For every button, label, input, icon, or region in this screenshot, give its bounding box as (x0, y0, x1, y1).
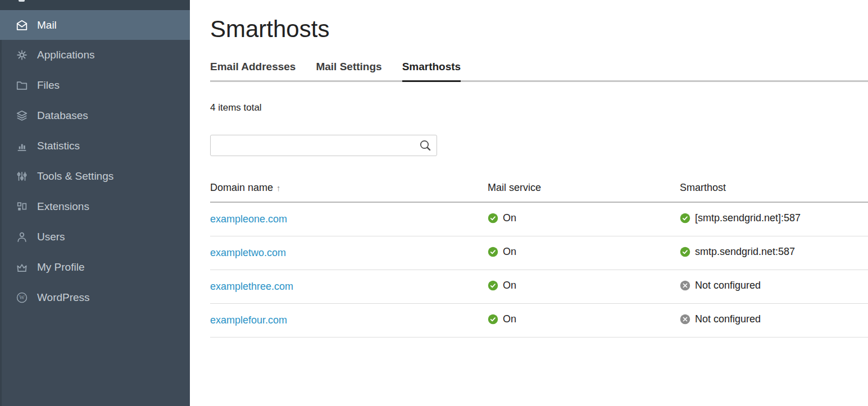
sidebar-item-label: My Profile (37, 261, 84, 273)
domain-link[interactable]: exampleone.com (210, 213, 287, 225)
sidebar: Mail Applications Files Databases Statis… (0, 0, 190, 406)
table-header-row: Domain name↑ Mail service Smarthost (210, 174, 868, 202)
smarthost-value: [smtp.sendgrid.net]:587 (695, 212, 801, 224)
sort-ascending-icon: ↑ (276, 183, 281, 193)
tab-email-addresses[interactable]: Email Addresses (210, 61, 296, 80)
column-header-label: Domain name (210, 182, 273, 193)
domain-link[interactable]: examplefour.com (210, 314, 287, 326)
sidebar-item-label: Files (37, 79, 60, 92)
crown-icon (16, 261, 28, 273)
sidebar-item-files[interactable]: Files (0, 70, 190, 101)
sidebar-item-label: Applications (37, 49, 94, 61)
search-box (210, 135, 437, 156)
search-button[interactable] (417, 138, 433, 153)
database-layers-icon (16, 110, 28, 122)
sidebar-item-label: Databases (37, 110, 88, 122)
domain-link[interactable]: examplethree.com (210, 281, 293, 292)
user-icon (16, 231, 28, 243)
table-row: exampletwo.com On smtp.sendgrid.net:587 (210, 236, 868, 270)
search-icon (419, 139, 432, 152)
smarthosts-table: Domain name↑ Mail service Smarthost exam… (210, 174, 868, 337)
blocks-icon (16, 200, 28, 213)
smarthost-status-icon (680, 280, 690, 291)
sidebar-item-label: Mail (37, 19, 57, 31)
sidebar-item-mail[interactable]: Mail (0, 10, 190, 40)
mail-service-status-icon (488, 247, 498, 257)
tab-smarthosts[interactable]: Smarthosts (402, 61, 461, 82)
sidebar-item-statistics[interactable]: Statistics (0, 131, 190, 161)
table-row: exampleone.com On [smtp.sendgrid.net]:58… (210, 202, 868, 236)
mail-service-status-icon (488, 280, 498, 291)
sidebar-item-users[interactable]: Users (0, 222, 190, 252)
bar-chart-icon (16, 140, 28, 152)
mail-service-status: On (503, 280, 516, 291)
search-input[interactable] (211, 135, 437, 156)
sidebar-item-label: WordPress (37, 291, 90, 304)
smarthost-status-icon (680, 213, 690, 223)
sidebar-item-databases[interactable]: Databases (0, 101, 190, 131)
tab-mail-settings[interactable]: Mail Settings (316, 61, 381, 80)
items-total-text: 4 items total (210, 102, 868, 113)
mail-service-status: On (503, 313, 516, 325)
mail-icon (16, 19, 28, 31)
sidebar-item-extensions[interactable]: Extensions (0, 191, 190, 222)
tab-bar: Email Addresses Mail Settings Smarthosts (210, 61, 868, 82)
mail-service-status-icon (488, 213, 498, 223)
gear-icon (16, 49, 28, 61)
mail-service-status-icon (488, 314, 498, 325)
mail-service-status: On (503, 246, 516, 258)
table-row: examplefour.com On Not configured (210, 303, 868, 337)
sidebar-item-label: Users (37, 231, 65, 243)
sidebar-item-label: Statistics (37, 140, 80, 152)
column-header-mail-service[interactable]: Mail service (488, 174, 680, 202)
sliders-icon (16, 170, 28, 183)
sidebar-item-my-profile[interactable]: My Profile (0, 252, 190, 282)
smarthost-status-icon (680, 247, 690, 257)
column-header-smarthost[interactable]: Smarthost (680, 174, 868, 202)
sidebar-item-applications[interactable]: Applications (0, 40, 190, 70)
wordpress-icon (16, 291, 28, 304)
sidebar-item-label: Tools & Settings (37, 170, 113, 183)
sidebar-item-label: Extensions (37, 200, 89, 213)
smarthost-value: Not configured (695, 280, 761, 291)
sidebar-topbar (0, 0, 190, 10)
smarthost-status-icon (680, 314, 690, 325)
page-title: Smarthosts (210, 16, 868, 43)
folder-icon (16, 79, 28, 92)
main-content: Smarthosts Email Addresses Mail Settings… (190, 0, 868, 406)
column-header-domain-name[interactable]: Domain name↑ (210, 174, 488, 202)
table-row: examplethree.com On Not configured (210, 270, 868, 303)
smarthost-value: Not configured (695, 313, 761, 325)
mail-service-status: On (503, 212, 516, 224)
scrolled-item-icon-fragment (19, 0, 25, 2)
domain-link[interactable]: exampletwo.com (210, 247, 286, 258)
sidebar-item-wordpress[interactable]: WordPress (0, 282, 190, 313)
sidebar-item-tools-settings[interactable]: Tools & Settings (0, 161, 190, 191)
smarthost-value: smtp.sendgrid.net:587 (695, 246, 795, 258)
